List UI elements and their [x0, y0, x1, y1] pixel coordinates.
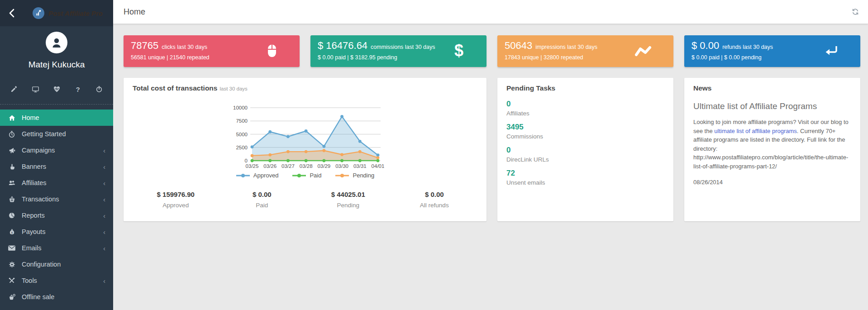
user-name: Matej Kukucka [0, 60, 113, 70]
stat-amount: $ 0.00 [219, 191, 305, 198]
submenu-chevron-icon: ‹ [103, 163, 105, 170]
sidebar: Post Affiliate Pro Matej Kukucka [0, 0, 113, 310]
power-icon[interactable] [95, 85, 103, 93]
sidebar-item-tools[interactable]: Tools ‹ [0, 272, 113, 289]
dollar-icon: $ [453, 42, 465, 60]
basket-gear-icon [7, 293, 16, 301]
legend-label: Paid [310, 172, 321, 179]
tools-icon [7, 277, 16, 285]
refresh-icon[interactable] [852, 8, 860, 16]
envelope-icon [7, 244, 16, 252]
user-profile: Matej Kukucka ? [0, 26, 113, 93]
sidebar-item-affiliates[interactable]: Affiliates ‹ [0, 175, 113, 191]
svg-text:7500: 7500 [236, 118, 248, 124]
brand-bar: Post Affiliate Pro [0, 0, 113, 26]
stat-amount: $ 159976.90 [133, 191, 219, 198]
submenu-chevron-icon: ‹ [103, 212, 105, 219]
legend-item-paid[interactable]: Paid [292, 172, 321, 179]
task-label: Commissions [506, 133, 664, 140]
task-item-affiliates: 0 Affiliates [506, 100, 664, 117]
news-title: News [693, 84, 851, 92]
pending-tasks-card: Pending Tasks 0 Affiliates 3495 Commissi… [497, 78, 673, 221]
task-count-link[interactable]: 3495 [506, 123, 524, 132]
megaphone-icon [7, 146, 16, 154]
legend-item-approved[interactable]: Approved [236, 172, 279, 179]
sidebar-collapse-button[interactable] [5, 6, 19, 20]
help-icon[interactable]: ? [74, 85, 82, 93]
submenu-chevron-icon: ‹ [103, 147, 105, 154]
stat-label: refunds last 30 days [722, 44, 773, 50]
stat-card-commissions[interactable]: $ 16476.64 commissions last 30 days $ 0.… [310, 35, 486, 67]
area-chart: 02500500075001000003/2503/2603/2703/2803… [133, 103, 477, 171]
news-date: 08/26/2014 [693, 179, 851, 186]
svg-text:5000: 5000 [236, 132, 248, 137]
news-link[interactable]: ultimate list of affiliate programs [714, 128, 797, 134]
chart-stats-row: $ 159976.90 Approved $ 0.00 Paid $ 44025… [133, 191, 477, 209]
transactions-chart-card: Total cost of transactionslast 30 days 0… [124, 78, 486, 221]
chevron-left-icon [8, 8, 17, 18]
legend-item-pending[interactable]: Pending [335, 172, 374, 179]
avatar[interactable] [46, 32, 67, 53]
top-header: Home [113, 0, 868, 24]
sidebar-item-label: Affiliates [22, 179, 47, 186]
task-label: Unsent emails [506, 179, 664, 186]
stat-caption: Pending [305, 202, 391, 209]
chart-stat-paid: $ 0.00 Paid [219, 191, 305, 209]
stat-value: 78765 [131, 41, 158, 51]
trend-line-icon [634, 46, 652, 57]
svg-text:03/26: 03/26 [263, 163, 277, 169]
person-icon [50, 36, 63, 49]
sidebar-item-payouts[interactable]: $ Payouts ‹ [0, 224, 113, 240]
svg-text:$: $ [454, 42, 463, 60]
stat-label: commissions last 30 days [371, 44, 435, 50]
pie-chart-icon [7, 211, 16, 219]
monitor-icon[interactable] [31, 85, 39, 93]
content-row: Total cost of transactionslast 30 days 0… [113, 67, 868, 221]
pending-tasks-list: 0 Affiliates 3495 Commissions 0 DirecLin… [506, 100, 664, 186]
task-count-link[interactable]: 0 [506, 100, 510, 109]
chart-legend: ApprovedPaidPending [133, 172, 477, 179]
sidebar-item-label: Transactions [22, 196, 59, 203]
edit-pencil-icon[interactable] [10, 85, 18, 93]
sidebar-item-transactions[interactable]: Transactions ‹ [0, 191, 113, 207]
stat-label: clicks last 30 days [162, 44, 207, 50]
sidebar-item-label: Home [22, 114, 39, 121]
stat-amount: $ 0.00 [391, 191, 478, 198]
heartbeat-icon[interactable] [52, 85, 61, 93]
svg-text:03/28: 03/28 [300, 163, 313, 169]
svg-text:03/30: 03/30 [335, 163, 348, 169]
money-bag-icon: $ [7, 228, 16, 236]
chart-canvas: 02500500075001000003/2503/2603/2703/2803… [226, 103, 384, 171]
stat-card-clicks[interactable]: 78765 clicks last 30 days 56581 unique |… [124, 35, 300, 67]
main-area: Home 78765 clicks last 30 days 56581 uni… [113, 0, 868, 310]
chart-stat-all-refunds: $ 0.00 All refunds [391, 191, 478, 209]
sidebar-item-offline-sale[interactable]: Offline sale [0, 289, 113, 305]
users-icon [7, 179, 16, 187]
brand-name: Post Affiliate Pro [48, 10, 103, 17]
sidebar-item-configuration[interactable]: Configuration [0, 256, 113, 272]
sidebar-item-label: Getting Started [22, 130, 66, 138]
sidebar-item-label: Reports [22, 212, 45, 219]
sidebar-nav: Home Getting Started Campai [0, 110, 113, 305]
sidebar-item-label: Tools [22, 277, 37, 284]
task-count-link[interactable]: 0 [506, 146, 510, 155]
chart-card-subtitle: last 30 days [219, 86, 247, 91]
legend-swatch [335, 173, 349, 178]
stat-value: $ 0.00 [692, 41, 719, 51]
sidebar-item-campaigns[interactable]: Campaigns ‹ [0, 142, 113, 158]
sidebar-item-emails[interactable]: Emails ‹ [0, 240, 113, 256]
legend-label: Pending [353, 172, 374, 179]
chart-card-title: Total cost of transactionslast 30 days [133, 84, 477, 92]
app-logo [33, 7, 44, 19]
stat-amount: $ 44025.01 [305, 191, 391, 198]
stat-card-impressions[interactable]: 50643 impressions last 30 days 17843 uni… [497, 35, 673, 67]
stat-card-refunds[interactable]: $ 0.00 refunds last 30 days $ 0.00 paid … [684, 35, 860, 67]
sidebar-item-reports[interactable]: Reports ‹ [0, 207, 113, 224]
task-count-link[interactable]: 72 [506, 169, 515, 178]
sidebar-item-home[interactable]: Home [0, 110, 113, 126]
sidebar-item-banners[interactable]: Banners ‹ [0, 158, 113, 175]
page-title: Home [124, 7, 145, 17]
pending-tasks-title: Pending Tasks [506, 84, 664, 92]
sidebar-item-getting-started[interactable]: Getting Started [0, 126, 113, 142]
legend-label: Approved [253, 172, 279, 179]
